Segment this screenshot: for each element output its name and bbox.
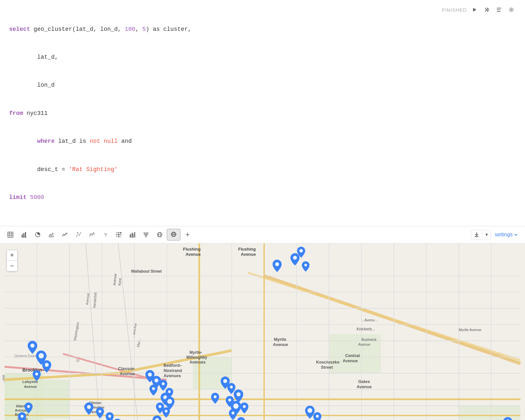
sql-line-1: select geo_cluster(lat_d, lon_d, 100, 5)… [9,25,516,34]
viz-btn-globe[interactable] [153,229,166,241]
line-chart-icon [62,232,68,238]
svg-point-188 [165,410,167,413]
settings-btn[interactable]: settings [492,230,521,240]
svg-point-170 [35,373,38,376]
zoom-in-button[interactable]: + [7,250,17,261]
svg-text:Avenues: Avenues [189,360,206,364]
svg-rect-35 [120,236,121,237]
svg-rect-16 [25,232,26,237]
stop-button[interactable] [482,6,491,14]
map-pin[interactable] [273,260,282,273]
svg-text:Classon: Classon [118,366,135,371]
svg-point-168 [39,353,44,358]
settings-button[interactable] [507,6,516,14]
svg-rect-27 [116,232,117,233]
map-pin[interactable] [96,407,104,420]
svg-rect-52 [475,236,479,237]
sql-editor: select geo_cluster(lat_d, lon_d, 100, 5)… [0,0,525,226]
svg-rect-28 [118,232,119,233]
map-pin[interactable] [503,417,513,420]
map-pin[interactable] [32,370,41,382]
map-pin[interactable] [149,385,158,397]
svg-text:Kosciuszko: Kosciuszko [316,360,339,364]
svg-text:...nue: ...nue [2,375,5,383]
help-icon: ? [104,232,107,238]
download-dropdown-button[interactable]: ▼ [483,230,491,239]
settings-chevron-icon [514,233,518,237]
svg-rect-31 [118,234,119,235]
map-pin[interactable] [229,409,237,420]
map-svg: Flushing Avenue Flushing Avenue Myr... .… [0,243,525,420]
map-pin[interactable] [42,360,51,374]
sql-code[interactable]: select geo_cluster(lat_d, lon_d, 100, 5)… [9,6,516,221]
zoom-out-button[interactable]: − [7,261,17,271]
map-pin[interactable] [18,412,26,420]
map-icon [170,231,177,238]
area-chart-icon [48,232,54,238]
pie-chart-icon [35,232,41,238]
svg-text:Myrtle: Myrtle [274,337,286,342]
sparkle-icon [185,232,190,238]
svg-text:Avenue: Avenue [343,358,358,363]
svg-point-22 [77,236,78,237]
map-pin[interactable] [84,402,93,416]
play-icon [472,7,477,12]
svg-point-207 [87,405,91,409]
svg-rect-7 [497,11,501,12]
download-button[interactable] [471,230,482,240]
svg-text:Bedford–: Bedford– [164,363,182,368]
run-button[interactable] [470,6,479,14]
svg-rect-37 [131,233,132,237]
map-pin[interactable] [237,417,245,420]
svg-rect-40 [134,232,135,237]
map-zoom-controls: + − [6,250,18,271]
svg-text:30: 30 [76,359,80,363]
svg-rect-6 [497,9,500,10]
scatter-icon [76,232,81,238]
viz-btn-pie[interactable] [31,229,44,241]
viz-btn-help[interactable]: ? [99,229,112,241]
viz-btn-multiline[interactable] [86,229,99,241]
table-icon [7,232,13,238]
viz-btn-area[interactable] [45,229,58,241]
format-button[interactable] [494,6,504,14]
svg-text:Kent: Kent [117,278,122,286]
viz-btn-grouped-bar[interactable] [126,229,139,241]
map-pin[interactable] [297,247,305,259]
svg-point-209 [108,415,111,418]
svg-rect-33 [116,236,117,237]
map-pin[interactable] [113,419,122,420]
map-pin[interactable] [211,393,219,405]
map-pin[interactable] [153,415,162,420]
execution-status: FINISHED [442,7,467,13]
svg-rect-53 [5,243,520,420]
viz-btn-funnel[interactable] [140,229,153,241]
svg-rect-15 [23,233,24,237]
svg-text:Central: Central [345,353,360,358]
viz-btn-map[interactable] [167,229,180,241]
map-pin[interactable] [162,407,170,419]
map-pin[interactable] [240,402,249,415]
viz-btn-bar[interactable] [18,229,31,241]
svg-point-25 [80,233,81,234]
funnel-icon [143,232,149,238]
viz-btn-line[interactable] [58,229,71,241]
svg-text:Avenue: Avenue [120,371,135,376]
svg-point-165 [299,249,303,253]
viz-btn-scatter[interactable] [72,229,85,241]
gear-icon [509,7,514,12]
sql-line-7: limit 5000 [9,193,516,202]
svg-point-167 [31,344,35,348]
map-pin[interactable] [313,412,322,420]
svg-point-215 [232,412,235,414]
sql-line-5: where lat_d is not null and [9,137,516,146]
map-pin[interactable] [302,261,310,273]
heatmap-icon [116,232,122,238]
viz-btn-heatmap[interactable] [112,229,125,241]
viz-btn-table[interactable] [4,229,17,241]
svg-point-180 [148,373,152,377]
multiline-icon [89,232,95,238]
viz-btn-sparkle[interactable] [181,229,194,241]
svg-point-190 [230,386,233,389]
svg-point-183 [152,387,155,390]
